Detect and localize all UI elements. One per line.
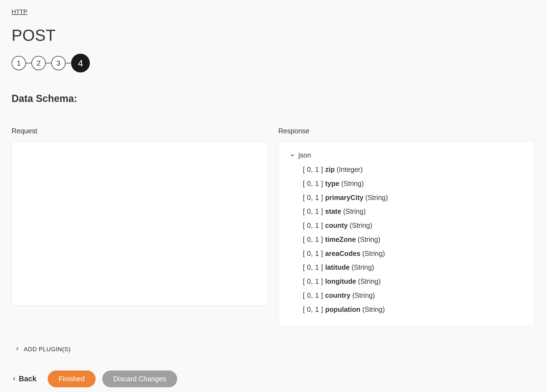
back-button-label: Back [19,375,37,383]
request-label: Request [12,127,267,135]
field-name: population [325,306,360,313]
field-cardinality: [ 0, 1 ] [303,221,325,229]
section-heading: Data Schema: [12,93,535,104]
response-root-node[interactable]: json [290,151,523,159]
chevron-down-icon [290,153,295,158]
field-cardinality: [ 0, 1 ] [303,306,325,313]
field-name: timeZone [325,236,356,243]
field-cardinality: [ 0, 1 ] [303,166,325,173]
response-column: Response json [ 0, 1 ] zip (Integer)[ 0,… [278,127,534,326]
chevron-right-icon [15,346,20,353]
field-type: (String) [350,263,374,271]
field-cardinality: [ 0, 1 ] [303,236,325,243]
back-button[interactable]: Back [12,375,41,383]
request-panel[interactable] [12,141,267,306]
field-name: zip [325,166,335,173]
add-plugins-toggle[interactable]: ADD PLUGIN(S) [15,346,535,353]
chevron-left-icon [12,375,17,383]
field-name: latitude [325,263,350,271]
field-cardinality: [ 0, 1 ] [303,250,325,257]
field-type: (String) [348,221,372,229]
discard-changes-button[interactable]: Discard Changes [102,371,177,387]
schema-field[interactable]: [ 0, 1 ] zip (Integer) [290,163,523,177]
field-type: (String) [363,194,388,201]
finished-button[interactable]: Finished [48,371,96,387]
field-name: county [325,221,348,229]
response-fields-list: [ 0, 1 ] zip (Integer)[ 0, 1 ] type (Str… [290,163,523,316]
breadcrumb-http[interactable]: HTTP [12,8,27,15]
schema-field[interactable]: [ 0, 1 ] county (String) [290,218,523,233]
step-3[interactable]: 3 [51,56,66,70]
field-cardinality: [ 0, 1 ] [303,180,325,187]
page-title: POST [12,26,535,44]
field-cardinality: [ 0, 1 ] [303,277,325,285]
field-cardinality: [ 0, 1 ] [303,194,325,201]
schema-field[interactable]: [ 0, 1 ] primaryCity (String) [290,191,523,205]
schema-field[interactable]: [ 0, 1 ] population (String) [290,302,523,317]
field-cardinality: [ 0, 1 ] [303,291,325,299]
schema-field[interactable]: [ 0, 1 ] latitude (String) [290,260,523,274]
field-type: (Integer) [335,166,363,173]
field-type: (String) [339,180,364,187]
schema-field[interactable]: [ 0, 1 ] state (String) [290,204,523,218]
step-1[interactable]: 1 [12,56,26,70]
step-4[interactable]: 4 [71,54,90,72]
field-type: (String) [351,291,375,299]
schema-panels: Request Response json [ 0, 1 ] zip (Inte… [12,127,535,326]
step-connector [66,63,71,63]
schema-field[interactable]: [ 0, 1 ] country (String) [290,288,523,302]
field-type: (String) [341,207,366,215]
response-root-label: json [298,151,311,159]
response-label: Response [278,127,534,135]
field-type: (String) [360,306,385,313]
field-type: (String) [356,277,381,285]
field-name: primaryCity [325,194,363,201]
field-type: (String) [360,250,385,257]
field-cardinality: [ 0, 1 ] [303,263,325,271]
add-plugins-label: ADD PLUGIN(S) [24,346,71,353]
schema-field[interactable]: [ 0, 1 ] longitude (String) [290,274,523,288]
field-name: areaCodes [325,250,360,257]
footer-actions: Back Finished Discard Changes [12,371,535,387]
request-column: Request [12,127,267,326]
step-connector [46,63,51,63]
field-name: type [325,180,339,187]
field-name: country [325,291,351,299]
field-name: longitude [325,277,356,285]
schema-field[interactable]: [ 0, 1 ] type (String) [290,177,523,191]
field-cardinality: [ 0, 1 ] [303,207,325,215]
field-type: (String) [356,236,380,243]
stepper: 1234 [12,54,535,72]
field-name: state [325,207,341,215]
schema-field[interactable]: [ 0, 1 ] timeZone (String) [290,233,523,247]
step-connector [26,63,31,63]
schema-field[interactable]: [ 0, 1 ] areaCodes (String) [290,247,523,261]
response-panel: json [ 0, 1 ] zip (Integer)[ 0, 1 ] type… [278,141,534,326]
step-2[interactable]: 2 [31,56,46,70]
